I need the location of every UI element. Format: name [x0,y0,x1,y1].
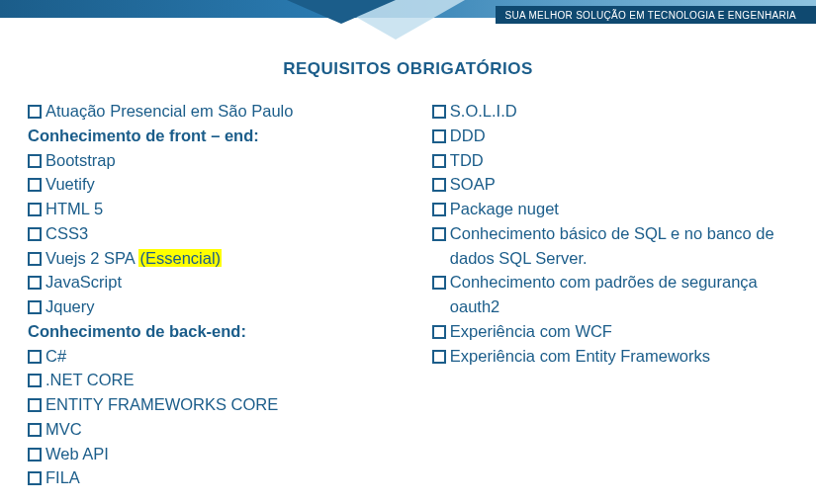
item-text: Experiência com Entity Frameworks [450,344,710,369]
vuejs-pre: Vuejs 2 SPA [45,249,138,267]
square-bullet-icon [28,252,42,266]
highlight-essential: (Essencial) [138,249,222,267]
list-item: Bootstrap [28,148,422,173]
item-text: MVC [45,417,82,442]
item-text: Experiência com WCF [450,319,612,344]
item-text: Bootstrap [45,148,116,173]
list-item: S.O.L.I.D [432,99,786,124]
list-item: HTML 5 [28,197,422,221]
square-bullet-icon [28,448,42,462]
square-bullet-icon [432,105,446,119]
list-item: Experiência com WCF [432,319,786,344]
square-bullet-icon [432,325,446,339]
item-text: Web API [45,442,109,466]
list-item: Vuetify [28,172,422,197]
square-bullet-icon [28,350,42,364]
tagline: SUA MELHOR SOLUÇÃO EM TECNOLOGIA E ENGEN… [496,6,817,24]
square-bullet-icon [28,178,42,192]
item-text: Atuação Presencial em São Paulo [45,99,293,124]
square-bullet-icon [28,105,42,119]
right-column: S.O.L.I.D DDD TDD SOAP Package nuget Con… [422,99,786,490]
item-text: JavaScript [45,270,122,294]
square-bullet-icon [432,154,446,168]
square-bullet-icon [28,423,42,437]
item-text: Conhecimento com padrões de segurança oa… [450,270,786,319]
item-text: DDD [450,124,486,148]
list-item: SOAP [432,172,786,197]
square-bullet-icon [28,471,42,485]
square-bullet-icon [28,300,42,314]
item-text: .NET CORE [45,368,135,392]
item-text: Conhecimento básico de SQL e no banco de… [450,221,786,271]
item-text: Vuetify [45,172,95,197]
list-item: MVC [28,417,422,442]
list-item: CSS3 [28,221,422,246]
list-item: FILA [28,465,422,490]
square-bullet-icon [28,203,42,216]
list-item: Conhecimento com padrões de segurança oa… [432,270,786,319]
list-item: Conhecimento básico de SQL e no banco de… [432,221,786,271]
item-text: FILA [45,465,80,490]
list-item: ENTITY FRAMEWORKS CORE [28,392,422,417]
square-bullet-icon [28,227,42,241]
square-bullet-icon [28,154,42,168]
list-item: Web API [28,442,422,466]
item-text: SOAP [450,172,496,197]
list-item: TDD [432,148,786,173]
item-text: S.O.L.I.D [450,99,517,124]
list-item: Atuação Presencial em São Paulo [28,99,422,124]
item-text: Vuejs 2 SPA (Essencial) [45,246,222,271]
item-text: Package nuget [450,197,559,221]
item-text: TDD [450,148,484,173]
heading-back-end: Conhecimento de back-end: [28,319,422,344]
item-text: ENTITY FRAMEWORKS CORE [45,392,278,417]
square-bullet-icon [28,398,42,412]
square-bullet-icon [432,129,446,143]
list-item: C# [28,344,422,369]
list-item: .NET CORE [28,368,422,392]
square-bullet-icon [432,178,446,192]
list-item: Jquery [28,294,422,319]
item-text: CSS3 [45,221,88,246]
content-area: Atuação Presencial em São Paulo Conhecim… [0,79,816,490]
list-item: DDD [432,124,786,148]
item-text: Jquery [45,294,95,319]
square-bullet-icon [28,374,42,387]
item-text: HTML 5 [45,197,103,221]
list-item: Experiência com Entity Frameworks [432,344,786,369]
square-bullet-icon [432,227,446,241]
list-item: JavaScript [28,270,422,294]
heading-front-end: Conhecimento de front – end: [28,124,422,148]
list-item: Package nuget [432,197,786,221]
square-bullet-icon [432,276,446,290]
square-bullet-icon [432,203,446,216]
item-text: C# [45,344,66,369]
left-column: Atuação Presencial em São Paulo Conhecim… [28,99,422,490]
square-bullet-icon [432,350,446,364]
list-item: Vuejs 2 SPA (Essencial) [28,246,422,271]
square-bullet-icon [28,276,42,290]
page-title: REQUISITOS OBRIGATÓRIOS [0,59,816,79]
decorative-triangle-dark [287,0,396,24]
